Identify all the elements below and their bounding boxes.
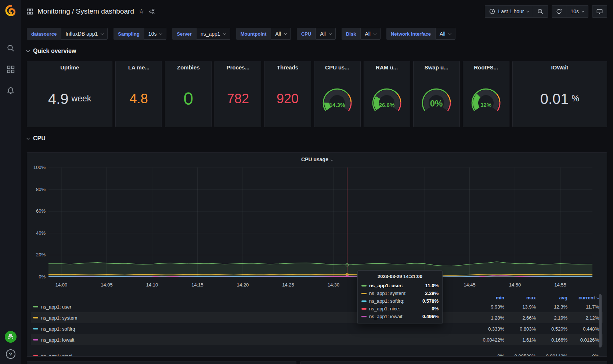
stat-value-suffix: week [72,94,91,104]
tooltip-series-value: 2.29% [425,291,439,296]
top-navbar: Monitoring / System dashboard ☆ Last 1 [21,0,613,23]
refresh-button[interactable] [552,6,566,17]
variable-value-dropdown[interactable]: 10s [144,28,167,40]
legend-value: 2.19% [536,315,567,321]
legend-value: 12.3% [536,304,567,310]
dashboard-breadcrumb[interactable]: Monitoring / System dashboard [37,7,134,15]
svg-text:14.3%: 14.3% [329,102,345,108]
variable-value-dropdown[interactable]: InfluxDB app1 [61,28,108,40]
variable-value-dropdown[interactable]: All [315,28,336,40]
apps-grid-icon[interactable] [27,8,33,15]
tooltip-series-label: ns_app1: user: [369,283,403,288]
tooltip-series-label: ns_app1: softirq: [369,298,404,304]
variable-label: CPU [297,28,315,40]
variable-value-dropdown[interactable]: All [271,28,291,40]
y-tick-label: 20% [29,252,46,257]
tv-kiosk-button[interactable] [592,6,607,17]
share-icon[interactable] [149,8,155,15]
chevron-down-icon [374,32,376,35]
gauge: 26.6% [365,84,409,114]
sidebar: ? [0,0,21,364]
series-swatch[interactable] [33,355,38,357]
grafana-logo[interactable] [4,4,18,18]
chevron-down-icon [101,32,104,35]
variable-value-dropdown[interactable]: All [360,28,381,40]
legend-value: 0% [567,353,599,357]
tooltip-series-label: ns_app1: system: [369,291,407,296]
series-swatch [361,293,367,294]
legend-series-label[interactable]: ns_app1: softirq [41,326,75,332]
series-swatch[interactable] [33,306,38,307]
help-icon[interactable]: ? [6,349,15,359]
legend-series-label[interactable]: ns_app1: iowait [41,337,74,343]
legend-row: ns_app1: user9.93%13.9%12.3%11.7% [31,301,603,312]
zoom-out-button[interactable] [533,6,548,17]
legend-column-avg[interactable]: avg [536,295,567,300]
series-swatch[interactable] [33,328,38,329]
variable-disk: DiskAll [342,28,381,40]
tooltip-row: ns_app1: system:2.29% [361,289,439,297]
legend-column-min[interactable]: min [473,295,504,300]
y-tick-label: 0% [29,274,46,280]
legend-scrollbar[interactable] [599,294,602,347]
tooltip-series-value: 11.0% [425,283,439,288]
stat-panel-proces-: Proces...782 [214,61,261,127]
stat-panel-title: Proces... [227,64,250,71]
time-range-picker[interactable]: Last 1 hour [485,6,533,17]
timeseries-plot[interactable] [48,167,592,277]
y-tick-label: 40% [29,230,46,236]
stat-value-area: 920 [264,71,310,127]
x-tick-label: 14:10 [146,282,158,288]
x-tick-label: 14:25 [282,282,294,288]
alerting-bell-icon[interactable] [0,82,21,99]
legend-column-current[interactable]: current [567,295,599,300]
zoom-out-icon [537,8,544,15]
clock-icon [489,8,495,14]
tooltip-row: ns_app1: iowait:0.496% [361,313,439,320]
legend-series-label[interactable]: ns_app1: steal [41,353,72,357]
stat-panel-iowait: IOWait0.01% [512,61,607,127]
panel-title-cpu-usage[interactable]: CPU usage [27,156,607,162]
tooltip-series-value: 0.578% [422,298,439,304]
tooltip-series-label: ns_app1: nice: [369,306,400,311]
section-quick-overview[interactable]: Quick overview [21,48,613,54]
stat-value-area: 14.3% [314,71,360,127]
search-icon[interactable] [0,40,21,57]
x-tick-label: 14:00 [55,282,68,288]
chevron-down-icon [448,32,451,35]
variable-mountpoint: MountpointAll [236,28,291,40]
variable-value-dropdown[interactable]: All [435,28,455,40]
variable-label: Mountpoint [236,28,271,40]
legend-value: 0.00142% [536,353,567,357]
variable-cpu: CPUAll [297,28,336,40]
stat-panel-title: Zombies [177,64,200,71]
stat-panel-cpu-us-: CPU us...14.3% [314,61,361,127]
chevron-down-icon [223,32,226,35]
legend-series-label[interactable]: ns_app1: system [41,315,77,321]
legend-value: 0.520% [536,326,567,332]
star-icon[interactable]: ☆ [138,7,144,15]
refresh-icon [556,8,562,14]
series-swatch[interactable] [33,317,38,318]
variable-value-dropdown[interactable]: ns_app1 [196,28,230,40]
refresh-interval-picker[interactable]: 10s [566,6,588,17]
svg-text:0%: 0% [430,98,443,108]
legend-series-label[interactable]: ns_app1: user [41,304,71,310]
gauge: 32% [464,84,508,114]
x-tick-label: 14:15 [191,282,203,288]
section-cpu[interactable]: CPU [21,135,613,142]
user-avatar[interactable] [5,331,17,343]
next-panel-sliver-left [27,361,296,364]
timeseries-svg [48,167,592,277]
svg-text:32%: 32% [480,102,491,108]
dashboards-icon[interactable] [0,61,21,78]
section-title: Quick overview [33,48,76,54]
chevron-down-icon [331,159,333,161]
legend-row: ns_app1: steal0%0.00528%0.00142%0% [31,350,603,357]
variable-label: Sampling [113,28,144,40]
legend-column-max[interactable]: max [504,295,536,300]
monitor-icon [596,8,603,15]
series-swatch[interactable] [33,339,38,340]
x-tick-label: 14:50 [509,282,521,288]
stat-value: 0.01 [540,91,569,106]
